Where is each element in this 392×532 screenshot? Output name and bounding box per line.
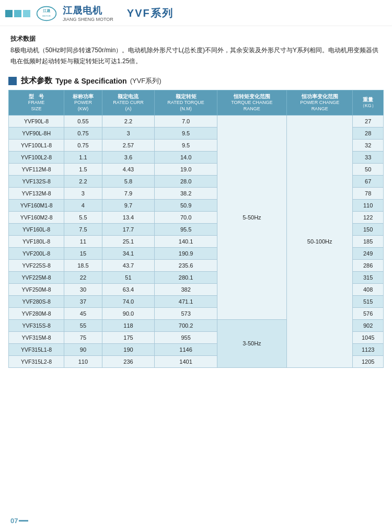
brand-name-zh: 江晟电机 [63,4,120,17]
cell-weight: 1123 [353,343,384,355]
cell-weight: 185 [353,235,384,247]
cell-weight: 249 [353,247,384,259]
cell-weight: 28 [353,127,384,139]
brand-name-en: JIANG SHENG MOTOR [63,17,113,22]
table-row: YVF90L-80.552.27.05-50Hz50-100Hz27 [9,115,384,127]
cell-power: 90 [64,343,102,355]
cell-current: 190 [102,343,155,355]
cell-frame: YVF100L2-8 [9,151,64,163]
cell-frame: YVF250M-8 [9,283,64,295]
cell-torque-range-group2: 3-50Hz [217,319,286,367]
col-curr: 额定电流 RATED CURR(A) [102,90,155,115]
cell-weight: 27 [353,115,384,127]
section-heading: 技术参数 Type & Specification (YVF系列) [0,72,392,90]
cell-weight: 515 [353,295,384,307]
cell-weight: 902 [353,319,384,331]
cell-frame: YVF100L1-8 [9,139,64,151]
page-header: 江晟 MOTOR 江晟电机 JIANG SHENG MOTOR YVF系列 [0,0,392,26]
cell-frame: YVF160M2-8 [9,211,64,223]
page-footer: 07 [10,517,28,525]
section-icon [8,77,17,85]
cell-torque: 573 [155,307,217,319]
cell-current: 90.0 [102,307,155,319]
cell-current: 4.43 [102,163,155,175]
cell-current: 34.1 [102,247,155,259]
cell-current: 236 [102,355,155,367]
series-title: YVF系列 [127,6,174,20]
cell-power: 2.2 [64,175,102,187]
cell-frame: YVF280S-8 [9,295,64,307]
cell-frame: YVF160M1-8 [9,199,64,211]
cell-torque: 50.9 [155,199,217,211]
cell-torque-range-group1: 5-50Hz [217,115,286,319]
cell-torque: 190.9 [155,247,217,259]
cell-power: 7.5 [64,223,102,235]
cell-power: 4 [64,199,102,211]
cell-power: 45 [64,307,102,319]
col-power: 标称功率 POWER(kW) [64,90,102,115]
cell-weight: 50 [353,163,384,175]
cell-power: 1.5 [64,163,102,175]
logo-block-1 [5,10,13,17]
cell-current: 51 [102,271,155,283]
cell-weight: 32 [353,139,384,151]
col-weight: 重量 （kg） [353,90,384,115]
cell-power: 22 [64,271,102,283]
cell-frame: YVF315L1-8 [9,343,64,355]
specs-table-wrap: 型 号 FRAMESIZE 标称功率 POWER(kW) 额定电流 RATED … [0,90,392,378]
cell-torque: 140.1 [155,235,217,247]
cell-frame: YVF225M-8 [9,271,64,283]
cell-frame: YVF280M-8 [9,307,64,319]
cell-power: 3 [64,187,102,199]
cell-torque: 1401 [155,355,217,367]
cell-current: 2.57 [102,139,155,151]
cell-weight: 110 [353,199,384,211]
cell-weight: 33 [353,151,384,163]
tech-description: 技术数据 8极电动机（50Hz时同步转速750r/min）。电动机除外形尺寸L(… [0,26,392,72]
cell-power: 37 [64,295,102,307]
cell-torque: 9.5 [155,127,217,139]
cell-frame: YVF112M-8 [9,163,64,175]
logo-color-blocks [5,10,30,17]
cell-frame: YVF225S-8 [9,259,64,271]
cell-torque: 70.0 [155,211,217,223]
cell-current: 3 [102,127,155,139]
tech-text: 8极电动机（50Hz时同步转速750r/min）。电动机除外形尺寸L(总长度)不… [10,47,378,64]
cell-current: 63.4 [102,283,155,295]
logo-block-3 [23,10,30,17]
cell-torque: 700.2 [155,319,217,331]
cell-current: 74.0 [102,295,155,307]
cell-torque: 7.0 [155,115,217,127]
cell-torque: 382 [155,283,217,295]
cell-weight: 1045 [353,331,384,343]
cell-torque: 955 [155,331,217,343]
cell-current: 13.4 [102,211,155,223]
svg-text:MOTOR: MOTOR [42,14,50,17]
cell-weight: 122 [353,211,384,223]
cell-power: 55 [64,319,102,331]
cell-current: 175 [102,331,155,343]
cell-power: 18.5 [64,259,102,271]
svg-text:江晟: 江晟 [43,9,50,13]
cell-frame: YVF90L-8H [9,127,64,139]
cell-current: 7.9 [102,187,155,199]
cell-torque: 1146 [155,343,217,355]
cell-power: 110 [64,355,102,367]
table-header-row: 型 号 FRAMESIZE 标称功率 POWER(kW) 额定电流 RATED … [9,90,384,115]
cell-weight: 408 [353,283,384,295]
cell-torque: 280.1 [155,271,217,283]
logo-icon: 江晟 MOTOR [33,4,60,23]
cell-power: 30 [64,283,102,295]
cell-power: 5.5 [64,211,102,223]
cell-power: 0.55 [64,115,102,127]
section-en: Type & Specification [55,77,127,85]
cell-power: 0.75 [64,127,102,139]
cell-weight: 286 [353,259,384,271]
cell-current: 9.7 [102,199,155,211]
col-frame: 型 号 FRAMESIZE [9,90,64,115]
cell-power: 11 [64,235,102,247]
col-torque-range: 恒转矩变化范围 TORQUE CHANGERANGE [217,90,286,115]
section-sub: (YVF系列) [130,76,162,86]
tech-label: 技术数据 [10,33,382,44]
cell-frame: YVF315L2-8 [9,355,64,367]
